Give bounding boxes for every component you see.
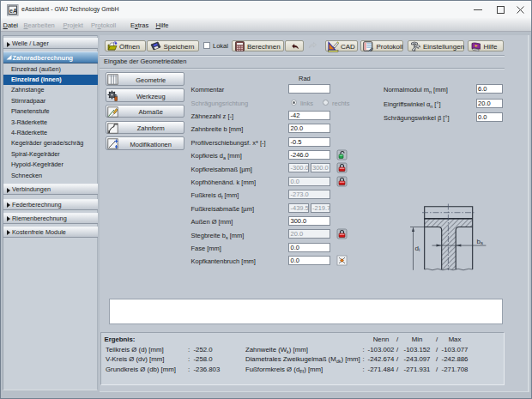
- svg-text:di: di: [415, 245, 420, 252]
- svg-text:eA: eA: [9, 8, 17, 14]
- svg-text:bs: bs: [477, 238, 483, 245]
